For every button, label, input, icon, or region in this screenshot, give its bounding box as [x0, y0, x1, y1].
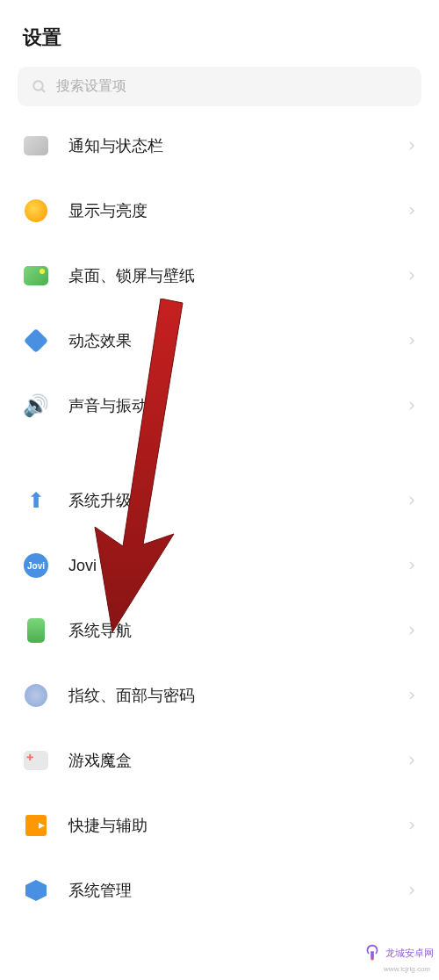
watermark-text: 龙城安卓网 — [385, 947, 434, 960]
item-display[interactable]: 显示与亮度 — [0, 178, 439, 243]
item-system[interactable]: 系统管理 — [0, 858, 439, 923]
svg-line-1 — [41, 89, 45, 92]
settings-list: 通知与状态栏 显示与亮度 桌面、锁屏与壁纸 动态效果 🔊 声音与振动 ⬆ 系统升… — [0, 113, 439, 923]
chevron-right-icon — [407, 626, 416, 635]
search-icon — [32, 79, 47, 95]
search-placeholder: 搜索设置项 — [56, 77, 126, 96]
sound-icon: 🔊 — [23, 393, 49, 419]
item-label: 指纹、面部与密码 — [68, 685, 407, 706]
watermark: 龙城安卓网 — [363, 943, 434, 962]
chevron-right-icon — [407, 886, 416, 895]
watermark-icon — [363, 943, 382, 962]
shortcut-icon — [23, 812, 49, 839]
item-jovi[interactable]: Jovi Jovi — [0, 533, 439, 598]
page-title: 设置 — [23, 25, 416, 51]
dynamic-icon — [23, 328, 49, 354]
item-label: 桌面、锁屏与壁纸 — [68, 265, 407, 286]
item-label: 动态效果 — [68, 330, 407, 351]
jovi-icon: Jovi — [23, 552, 49, 579]
svg-point-2 — [371, 958, 374, 961]
chevron-right-icon — [407, 496, 416, 505]
group-divider — [0, 438, 439, 468]
svg-point-0 — [33, 81, 43, 90]
item-label: 游戏魔盒 — [68, 750, 407, 771]
chevron-right-icon — [407, 206, 416, 215]
item-gamebox[interactable]: 游戏魔盒 — [0, 728, 439, 793]
gamebox-icon — [23, 747, 49, 774]
item-label: 通知与状态栏 — [68, 135, 407, 156]
item-upgrade[interactable]: ⬆ 系统升级 — [0, 468, 439, 533]
item-label: 声音与振动 — [68, 395, 407, 416]
chevron-right-icon — [407, 561, 416, 570]
notification-icon — [23, 133, 49, 159]
search-input[interactable]: 搜索设置项 — [18, 67, 421, 106]
item-sound[interactable]: 🔊 声音与振动 — [0, 373, 439, 438]
navigation-icon — [23, 617, 49, 644]
page-header: 设置 — [0, 0, 439, 67]
chevron-right-icon — [407, 141, 416, 150]
chevron-right-icon — [407, 401, 416, 410]
upgrade-icon: ⬆ — [23, 487, 49, 514]
item-label: 显示与亮度 — [68, 200, 407, 221]
system-icon — [23, 877, 49, 904]
item-label: 系统管理 — [68, 880, 407, 901]
item-navigation[interactable]: 系统导航 — [0, 598, 439, 663]
display-icon — [23, 198, 49, 224]
watermark-url: www.lcjrlg.com — [384, 965, 430, 973]
chevron-right-icon — [407, 336, 416, 345]
chevron-right-icon — [407, 821, 416, 830]
chevron-right-icon — [407, 691, 416, 700]
wallpaper-icon — [23, 263, 49, 289]
item-dynamic[interactable]: 动态效果 — [0, 308, 439, 373]
item-fingerprint[interactable]: 指纹、面部与密码 — [0, 663, 439, 728]
fingerprint-icon — [23, 682, 49, 709]
item-notification[interactable]: 通知与状态栏 — [0, 113, 439, 178]
item-label: 快捷与辅助 — [68, 815, 407, 836]
item-label: Jovi — [68, 557, 407, 575]
item-shortcut[interactable]: 快捷与辅助 — [0, 793, 439, 858]
item-wallpaper[interactable]: 桌面、锁屏与壁纸 — [0, 243, 439, 308]
item-label: 系统导航 — [68, 620, 407, 641]
chevron-right-icon — [407, 756, 416, 765]
item-label: 系统升级 — [68, 490, 407, 511]
chevron-right-icon — [407, 271, 416, 280]
